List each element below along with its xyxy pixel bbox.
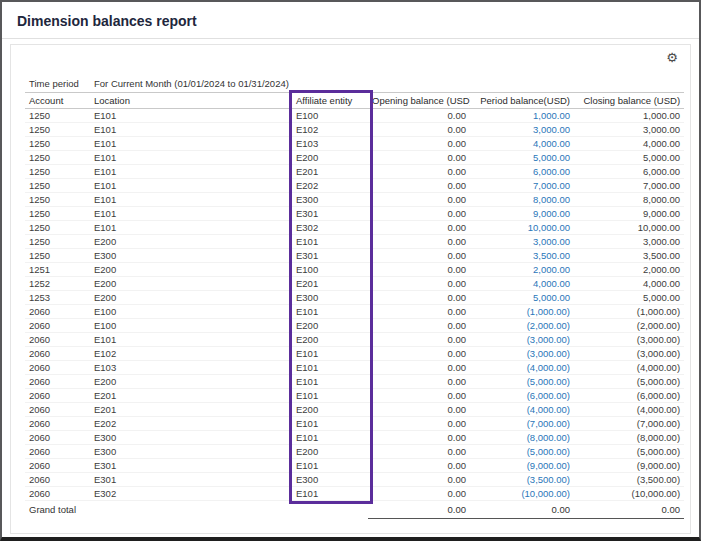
cell-account: 1250 — [25, 122, 90, 136]
cell-period[interactable]: (9,000.00) — [470, 458, 574, 472]
grand-total-period: 0.00 — [470, 500, 574, 518]
table-row: 2060E102E1010.00(3,000.00)(3,000.00) — [25, 346, 684, 360]
cell-period[interactable]: (4,000.00) — [470, 360, 574, 374]
cell-affiliate: E101 — [292, 486, 368, 500]
cell-closing: (2,000.00) — [574, 318, 684, 332]
time-period-label: Time period — [25, 75, 90, 92]
table-row: 2060E101E2000.00(3,000.00)(3,000.00) — [25, 332, 684, 346]
table-row: 2060E100E2000.00(2,000.00)(2,000.00) — [25, 318, 684, 332]
cell-opening: 0.00 — [368, 262, 470, 276]
table-row: 1250E101E3000.008,000.008,000.00 — [25, 192, 684, 206]
cell-period[interactable]: (3,500.00) — [470, 472, 574, 486]
table-row: 1250E101E2020.007,000.007,000.00 — [25, 178, 684, 192]
report-table-wrap: Time period For Current Month (01/01/202… — [11, 45, 690, 519]
table-row: 1250E101E2010.006,000.006,000.00 — [25, 164, 684, 178]
cell-account: 1250 — [25, 108, 90, 122]
cell-account: 2060 — [25, 458, 90, 472]
page-title: Dimension balances report — [17, 13, 684, 29]
col-period-balance: Period balance(USD) — [470, 92, 574, 108]
cell-period[interactable]: (4,000.00) — [470, 402, 574, 416]
cell-account: 2060 — [25, 444, 90, 458]
cell-period[interactable]: (3,000.00) — [470, 332, 574, 346]
table-row: 2060E302E1010.00(10,000.00)(10,000.00) — [25, 486, 684, 500]
cell-period[interactable]: (5,000.00) — [470, 374, 574, 388]
cell-account: 1250 — [25, 150, 90, 164]
grand-total-label: Grand total — [25, 500, 368, 518]
cell-period[interactable]: 6,000.00 — [470, 164, 574, 178]
cell-period[interactable]: (7,000.00) — [470, 416, 574, 430]
cell-affiliate: E101 — [292, 304, 368, 318]
cell-period[interactable]: 5,000.00 — [470, 150, 574, 164]
cell-account: 1250 — [25, 206, 90, 220]
cell-period[interactable]: (1,000.00) — [470, 304, 574, 318]
cell-period[interactable]: 10,000.00 — [470, 220, 574, 234]
cell-location: E301 — [90, 472, 292, 486]
cell-period[interactable]: (3,000.00) — [470, 346, 574, 360]
cell-affiliate: E103 — [292, 136, 368, 150]
cell-opening: 0.00 — [368, 164, 470, 178]
cell-closing: 10,000.00 — [574, 220, 684, 234]
cell-location: E101 — [90, 220, 292, 234]
cell-affiliate: E200 — [292, 150, 368, 164]
table-row: 1250E101E2000.005,000.005,000.00 — [25, 150, 684, 164]
page-header: Dimension balances report — [2, 2, 699, 39]
cell-opening: 0.00 — [368, 346, 470, 360]
cell-period[interactable]: 8,000.00 — [470, 192, 574, 206]
cell-period[interactable]: (5,000.00) — [470, 444, 574, 458]
cell-account: 2060 — [25, 486, 90, 500]
grand-total-opening: 0.00 — [368, 500, 470, 518]
report-card: ⚙ Time period For Current Month (01/01/2… — [10, 44, 691, 534]
table-row: 1253E200E3000.005,000.005,000.00 — [25, 290, 684, 304]
cell-location: E300 — [90, 444, 292, 458]
table-row: 2060E301E1010.00(9,000.00)(9,000.00) — [25, 458, 684, 472]
cell-period[interactable]: (2,000.00) — [470, 318, 574, 332]
cell-opening: 0.00 — [368, 360, 470, 374]
col-account: Account — [25, 92, 90, 108]
cell-closing: 5,000.00 — [574, 150, 684, 164]
cell-opening: 0.00 — [368, 206, 470, 220]
cell-period[interactable]: 3,000.00 — [470, 122, 574, 136]
cell-affiliate: E202 — [292, 178, 368, 192]
cell-period[interactable]: (10,000.00) — [470, 486, 574, 500]
table-row: 1250E101E1000.001,000.001,000.00 — [25, 108, 684, 122]
cell-period[interactable]: 4,000.00 — [470, 136, 574, 150]
cell-affiliate: E201 — [292, 164, 368, 178]
table-row: 2060E301E3000.00(3,500.00)(3,500.00) — [25, 472, 684, 486]
cell-closing: (4,000.00) — [574, 360, 684, 374]
cell-closing: 8,000.00 — [574, 192, 684, 206]
cell-closing: 1,000.00 — [574, 108, 684, 122]
cell-opening: 0.00 — [368, 458, 470, 472]
cell-affiliate: E101 — [292, 430, 368, 444]
cell-opening: 0.00 — [368, 304, 470, 318]
cell-affiliate: E101 — [292, 374, 368, 388]
cell-location: E101 — [90, 206, 292, 220]
cell-opening: 0.00 — [368, 192, 470, 206]
cell-closing: (1,000.00) — [574, 304, 684, 318]
cell-account: 2060 — [25, 416, 90, 430]
cell-affiliate: E302 — [292, 220, 368, 234]
cell-location: E302 — [90, 486, 292, 500]
cell-opening: 0.00 — [368, 444, 470, 458]
cell-period[interactable]: 7,000.00 — [470, 178, 574, 192]
cell-period[interactable]: 9,000.00 — [470, 206, 574, 220]
table-row: 1250E300E3010.003,500.003,500.00 — [25, 248, 684, 262]
cell-period[interactable]: (8,000.00) — [470, 430, 574, 444]
col-closing-balance: Closing balance (USD) — [574, 92, 684, 108]
cell-period[interactable]: 3,500.00 — [470, 248, 574, 262]
cell-period[interactable]: 2,000.00 — [470, 262, 574, 276]
cell-opening: 0.00 — [368, 136, 470, 150]
cell-affiliate: E200 — [292, 332, 368, 346]
cell-period[interactable]: 1,000.00 — [470, 108, 574, 122]
cell-closing: 5,000.00 — [574, 290, 684, 304]
settings-gear-icon[interactable]: ⚙ — [666, 51, 678, 64]
cell-closing: (4,000.00) — [574, 402, 684, 416]
cell-period[interactable]: 4,000.00 — [470, 276, 574, 290]
cell-affiliate: E300 — [292, 290, 368, 304]
cell-account: 1250 — [25, 192, 90, 206]
cell-period[interactable]: 3,000.00 — [470, 234, 574, 248]
cell-period[interactable]: 5,000.00 — [470, 290, 574, 304]
cell-location: E201 — [90, 402, 292, 416]
cell-closing: 3,000.00 — [574, 234, 684, 248]
cell-period[interactable]: (6,000.00) — [470, 388, 574, 402]
cell-affiliate: E301 — [292, 248, 368, 262]
